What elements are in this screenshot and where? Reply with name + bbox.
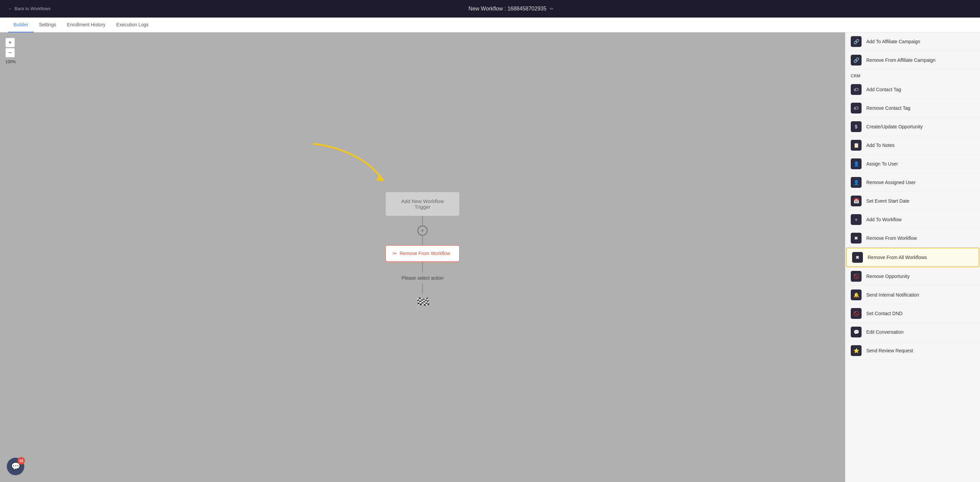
workflow-canvas[interactable]: + − 100% Add New Workflow Trigger + ✂ Re… [0,32,845,482]
sidebar-item-add-affiliate[interactable]: 🔗 Add To Affiliate Campaign [845,32,980,51]
chat-badge: 15 [18,457,25,464]
sidebar-item-set-event-start-date[interactable]: 📅 Set Event Start Date [845,192,980,211]
tab-settings[interactable]: Settings [34,18,62,32]
connector-line-2 [422,234,423,245]
tab-builder[interactable]: Builder [8,18,34,32]
sidebar-item-add-to-notes[interactable]: 📋 Add To Notes [845,136,980,155]
zoom-controls: + − 100% [5,38,16,64]
add-notes-icon: 📋 [851,140,862,151]
sidebar-item-remove-contact-tag[interactable]: 🏷 Remove Contact Tag [845,99,980,118]
trigger-node[interactable]: Add New Workflow Trigger [385,192,460,216]
workflow-title: New Workflow : 1688458702935 [468,6,546,12]
sidebar-item-create-update-opportunity[interactable]: $ Create/Update Opportunity [845,118,980,136]
remove-affiliate-icon: 🔗 [851,55,862,65]
tabs-bar: Builder Settings Enrollment History Exec… [0,18,980,32]
assign-user-icon: 👤 [851,158,862,169]
sidebar-section-crm: CRM 🏷 Add Contact Tag 🏷 Remove Contact T… [845,70,980,360]
action-label: Remove From Workflow [399,251,450,256]
sidebar-item-remove-opportunity[interactable]: 🚫 Remove Opportunity [845,267,980,286]
select-action-text: Please select action [402,275,444,280]
add-workflow-icon: + [851,214,862,225]
action-node-icon: ✂ [393,250,397,256]
back-label: Back to Workflows [14,6,51,11]
remove-opportunity-icon: 🚫 [851,271,862,282]
chat-bubble[interactable]: 💬 15 [7,458,24,475]
send-review-icon: ⭐ [851,345,862,356]
tab-enrollment-history[interactable]: Enrollment History [61,18,111,32]
sidebar-item-add-contact-tag[interactable]: 🏷 Add Contact Tag [845,80,980,99]
sidebar-item-add-to-workflow[interactable]: + Add To Workflow [845,211,980,229]
sidebar-item-assign-to-user[interactable]: 👤 Assign To User [845,155,980,173]
remove-all-workflows-icon: ✖ [852,252,863,263]
create-opportunity-icon: $ [851,121,862,132]
header: ← Back to Workflows New Workflow : 16884… [0,0,980,18]
back-arrow-icon: ← [8,6,13,11]
remove-contact-tag-icon: 🏷 [851,103,862,113]
remove-assigned-user-icon: 👤 [851,177,862,188]
sidebar-item-remove-from-all-workflows[interactable]: ✖ Remove From All Workflows [846,247,979,267]
connector-line-4 [422,283,423,294]
set-event-date-icon: 📅 [851,196,862,206]
back-button[interactable]: ← Back to Workflows [8,6,51,11]
zoom-out-button[interactable]: − [5,48,15,57]
main-layout: + − 100% Add New Workflow Trigger + ✂ Re… [0,32,980,482]
header-title: New Workflow : 1688458702935 ✏ [51,6,972,12]
finish-flag: 🏁 [415,297,430,311]
sidebar: 🔗 Add To Affiliate Campaign 🔗 Remove Fro… [845,32,980,482]
send-notification-icon: 🔔 [851,289,862,300]
workflow-nodes: Add New Workflow Trigger + ✂ Remove From… [385,192,460,311]
add-step-button[interactable]: + [417,225,428,235]
sidebar-section-affiliate: 🔗 Add To Affiliate Campaign 🔗 Remove Fro… [845,32,980,70]
action-node[interactable]: ✂ Remove From Workflow [385,245,460,262]
trigger-label: Add New Workflow Trigger [401,198,444,209]
edit-conversation-icon: 💬 [851,327,862,337]
sidebar-item-remove-from-workflow[interactable]: ✖ Remove From Workflow [845,229,980,247]
sidebar-item-remove-assigned-user[interactable]: 👤 Remove Assigned User [845,173,980,192]
sidebar-item-send-internal-notification[interactable]: 🔔 Send Internal Notification [845,286,980,304]
edit-icon[interactable]: ✏ [550,6,554,11]
connector-line-3 [422,262,423,272]
crm-section-label: CRM [845,70,980,80]
tab-execution-logs[interactable]: Execution Logs [111,18,154,32]
sidebar-item-set-contact-dnd[interactable]: 🚫 Set Contact DND [845,304,980,323]
svg-marker-0 [376,174,385,181]
zoom-in-button[interactable]: + [5,38,15,47]
sidebar-item-edit-conversation[interactable]: 💬 Edit Conversation [845,323,980,342]
arrow-annotation [294,137,398,211]
zoom-level: 100% [5,59,16,64]
sidebar-item-remove-affiliate[interactable]: 🔗 Remove From Affiliate Campaign [845,51,980,70]
set-dnd-icon: 🚫 [851,308,862,319]
add-affiliate-icon: 🔗 [851,36,862,47]
sidebar-item-send-review-request[interactable]: ⭐ Send Review Request [845,342,980,360]
add-contact-tag-icon: 🏷 [851,84,862,95]
remove-workflow-icon: ✖ [851,233,862,244]
